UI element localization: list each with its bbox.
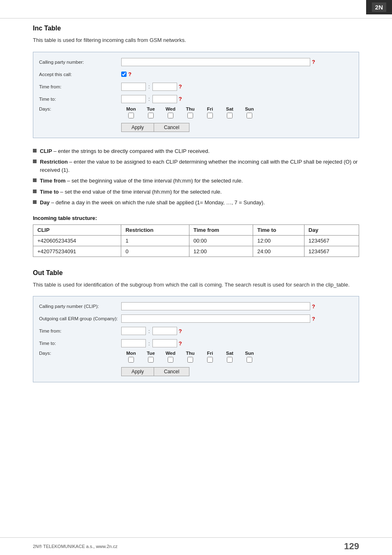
- bullet-icon-restriction: [33, 160, 37, 163]
- inc-day-sun-checkbox[interactable]: [247, 113, 252, 118]
- out-day-mon: Mon: [121, 351, 141, 356]
- inc-day-cb-sat: [220, 113, 240, 120]
- out-erm-group-row: Outgoing call ERM group (Company): ?: [39, 314, 353, 324]
- inc-time-from-help-icon[interactable]: ?: [179, 83, 182, 90]
- out-day-cb-sat: [220, 357, 240, 364]
- inc-table-header-row: CLIP Restriction Time from Time to Day: [33, 224, 359, 235]
- bullet-time-from: Time from – set the beginning value of t…: [33, 177, 359, 185]
- out-day-wed-checkbox[interactable]: [168, 357, 173, 363]
- bullet-icon-time-to: [33, 190, 37, 193]
- out-time-from-hh-input[interactable]: [121, 327, 146, 335]
- inc-day-fri: Fri: [200, 106, 220, 111]
- bullet-restriction: Restriction – enter the value to be assi…: [33, 158, 359, 174]
- out-days-header-row: Days: Mon Tue Wed Thu Fri Sat Sun: [39, 351, 353, 356]
- row1-day: 1234567: [304, 235, 359, 246]
- out-time-from-mm-input[interactable]: [152, 327, 177, 335]
- inc-action-buttons: Apply Cancel: [121, 123, 353, 132]
- inc-accept-call-checkbox[interactable]: [121, 72, 127, 77]
- inc-day-sat-checkbox[interactable]: [227, 113, 233, 118]
- out-time-to-controls: : ?: [121, 339, 353, 347]
- inc-day-checkbox-row: [121, 113, 353, 120]
- row1-time-from: 00:00: [189, 235, 253, 246]
- row2-restriction: 0: [121, 246, 189, 257]
- inc-accept-call-help-icon[interactable]: ?: [128, 71, 131, 77]
- out-table-title: Out Table: [33, 269, 359, 277]
- bullet-clip: CLIP – enter the strings to be directly …: [33, 147, 359, 155]
- out-erm-group-help-icon[interactable]: ?: [312, 316, 315, 322]
- out-day-fri-checkbox[interactable]: [207, 357, 213, 363]
- out-cancel-button[interactable]: Cancel: [154, 367, 189, 376]
- out-time-from-help-icon[interactable]: ?: [179, 328, 182, 334]
- out-day-cb-thu: [180, 357, 200, 364]
- row1-restriction: 1: [121, 235, 189, 246]
- inc-time-from-controls: : ?: [121, 83, 353, 91]
- row1-clip: +420605234354: [33, 235, 121, 246]
- bullet-icon-clip: [33, 149, 37, 153]
- out-day-sun: Sun: [240, 351, 259, 356]
- out-time-to-hh-input[interactable]: [121, 339, 146, 347]
- inc-time-from-row: Time from: : ?: [39, 82, 353, 92]
- out-time-to-help-icon[interactable]: ?: [179, 340, 182, 347]
- inc-day-cb-fri: [200, 113, 220, 120]
- inc-days-grid: Mon Tue Wed Thu Fri Sat Sun: [121, 106, 259, 111]
- out-day-tue: Tue: [141, 351, 161, 356]
- out-day-cb-tue: [141, 357, 161, 364]
- inc-table-struct-title: Incoming table structure:: [33, 215, 359, 221]
- inc-calling-party-input[interactable]: [121, 58, 310, 66]
- bullet-icon-time-from: [33, 178, 37, 182]
- out-form-panel: Calling party number (CLIP): ? Outgoing …: [33, 296, 359, 382]
- inc-day-fri-checkbox[interactable]: [207, 113, 213, 118]
- out-time-from-colon: :: [148, 328, 150, 334]
- inc-time-to-hh-input[interactable]: [121, 95, 146, 103]
- inc-day-wed-checkbox[interactable]: [168, 113, 173, 118]
- out-erm-group-input[interactable]: [121, 314, 310, 323]
- inc-time-from-hh-input[interactable]: [121, 83, 146, 91]
- inc-day-mon: Mon: [121, 106, 141, 111]
- out-time-to-mm-input[interactable]: [152, 339, 177, 347]
- inc-day-cb-thu: [180, 113, 200, 120]
- inc-time-to-help-icon[interactable]: ?: [179, 96, 182, 102]
- inc-day-mon-checkbox[interactable]: [128, 113, 134, 118]
- row2-clip: +420775234091: [33, 246, 121, 257]
- inc-col-day: Day: [304, 224, 359, 235]
- out-day-thu-checkbox[interactable]: [187, 357, 193, 363]
- inc-time-from-mm-input[interactable]: [152, 83, 177, 91]
- out-day-tue-checkbox[interactable]: [148, 357, 154, 363]
- out-calling-party-help-icon[interactable]: ?: [312, 303, 315, 310]
- table-row: +420775234091 0 12:00 24:00 1234567: [33, 246, 359, 257]
- out-day-cb-wed: [161, 357, 180, 364]
- out-day-sun-checkbox[interactable]: [247, 357, 252, 363]
- inc-col-clip: CLIP: [33, 224, 121, 235]
- out-day-thu: Thu: [180, 351, 200, 356]
- out-calling-party-input[interactable]: [121, 302, 310, 310]
- inc-accept-call-controls: ?: [121, 71, 353, 77]
- inc-day-tue-checkbox[interactable]: [148, 113, 154, 118]
- inc-apply-button[interactable]: Apply: [121, 123, 154, 132]
- row2-time-from: 12:00: [189, 246, 253, 257]
- out-table-desc: This table is used for identification of…: [33, 281, 359, 289]
- row2-day: 1234567: [304, 246, 359, 257]
- inc-calling-party-label: Calling party number:: [39, 60, 121, 65]
- inc-day-thu-checkbox[interactable]: [187, 113, 193, 118]
- inc-day-wed: Wed: [161, 106, 180, 111]
- inc-time-to-mm-input[interactable]: [152, 95, 177, 103]
- out-erm-group-label: Outgoing call ERM group (Company):: [39, 316, 121, 321]
- header-bar: 2N: [366, 0, 392, 14]
- bullet-day: Day – define a day in the week on which …: [33, 199, 359, 207]
- inc-calling-party-help-icon[interactable]: ?: [312, 59, 315, 65]
- inc-cancel-button[interactable]: Cancel: [154, 123, 189, 132]
- header-logo: 2N: [372, 2, 386, 12]
- out-calling-party-controls: ?: [121, 302, 353, 310]
- out-day-mon-checkbox[interactable]: [128, 357, 134, 363]
- inc-time-from-colon: :: [148, 83, 150, 90]
- table-row: +420605234354 1 00:00 12:00 1234567: [33, 235, 359, 246]
- inc-data-table: CLIP Restriction Time from Time to Day +…: [33, 224, 359, 257]
- out-day-sat-checkbox[interactable]: [227, 357, 233, 363]
- inc-day-cb-sun: [240, 113, 259, 120]
- footer-left-text: 2N® TELEKOMUNIKACE a.s., www.2n.cz: [33, 544, 118, 549]
- out-apply-button[interactable]: Apply: [121, 367, 154, 376]
- out-time-from-label: Time from:: [39, 328, 121, 333]
- out-action-buttons: Apply Cancel: [121, 367, 353, 376]
- out-days-grid: Mon Tue Wed Thu Fri Sat Sun: [121, 351, 259, 356]
- inc-time-to-colon: :: [148, 96, 150, 102]
